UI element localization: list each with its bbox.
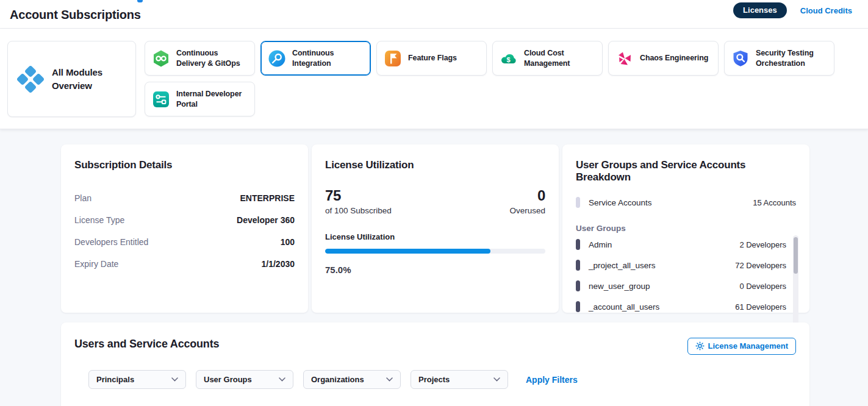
detail-value: ENTERPRISE (240, 193, 295, 203)
cloud-cost-icon: $ (500, 49, 518, 68)
service-accounts-value: 15 Accounts (753, 198, 796, 207)
licenses-tab-button[interactable]: Licenses (733, 2, 787, 18)
detail-label: Expiry Date (74, 259, 118, 269)
detail-label: License Type (74, 215, 124, 225)
gear-icon (695, 341, 705, 351)
module-tile-label: Continuous Integration (292, 48, 364, 69)
user-group-count: 0 Developers (739, 282, 786, 291)
overused-caption: Overused (509, 206, 545, 215)
security-shield-icon (731, 49, 750, 68)
dropdown-label: Organizations (311, 375, 364, 384)
module-tile-ci[interactable]: Continuous Integration (260, 41, 371, 76)
subscribed-caption: of 100 Subscribed (325, 206, 392, 215)
breakdown-title: User Groups and Service Accounts Breakdo… (576, 159, 796, 183)
detail-value: 1/1/2030 (262, 259, 295, 269)
module-tile-security-shield[interactable]: Security Testing Orchestration (724, 41, 834, 76)
service-accounts-label: Service Accounts (589, 198, 652, 207)
module-tile-cloud-cost[interactable]: $Cloud Cost Management (492, 41, 603, 76)
module-tile-grid: Continuous Delivery & GitOpsContinuous I… (145, 41, 840, 116)
user-group-count: 2 Developers (739, 240, 786, 249)
page-title: Account Subscriptions (10, 8, 141, 22)
content-area: Subscription Details PlanENTERPRISELicen… (0, 129, 868, 406)
feature-flags-icon (384, 49, 402, 68)
chevron-down-icon (493, 377, 500, 382)
chevron-down-icon (279, 377, 285, 382)
user-group-row: _project_all_users72 Developers (576, 255, 786, 276)
breakdown-card: User Groups and Service Accounts Breakdo… (562, 144, 809, 313)
filter-dropdown-user-groups[interactable]: User Groups (196, 370, 293, 389)
utilization-bar-label: License Utilization (325, 232, 545, 241)
account-subscriptions-page: Account Subscriptions Licenses Cloud Cre… (0, 0, 868, 406)
utilization-progress-track (325, 249, 545, 254)
module-tile-idp[interactable]: Internal Developer Portal (145, 82, 255, 116)
user-group-name: _account_all_users (589, 302, 659, 312)
module-tile-label: Feature Flags (408, 53, 457, 63)
chevron-down-icon (171, 377, 178, 382)
license-management-button[interactable]: License Management (687, 338, 797, 355)
user-groups-list[interactable]: Admin2 Developers_project_all_users72 De… (576, 234, 796, 317)
user-group-marker (576, 280, 580, 291)
module-tile-label: Internal Developer Portal (176, 89, 248, 110)
page-header: Account Subscriptions Licenses Cloud Cre… (0, 0, 868, 29)
detail-value: 100 (281, 237, 295, 247)
detail-label: Plan (74, 193, 91, 203)
user-group-name: new_user_group (589, 282, 650, 291)
svg-text:$: $ (507, 56, 511, 63)
subscription-details-card: Subscription Details PlanENTERPRISELicen… (61, 144, 308, 313)
cloud-credits-link[interactable]: Cloud Credits (800, 6, 852, 15)
chaos-icon (615, 49, 634, 68)
subscribed-count: 75 (325, 187, 392, 204)
module-tile-cd-gitops[interactable]: Continuous Delivery & GitOps (145, 41, 255, 76)
subscription-detail-rows: PlanENTERPRISELicense TypeDeveloper 360D… (74, 187, 295, 275)
modules-band: All Modules Overview Continuous Delivery… (0, 29, 868, 129)
idp-icon (152, 90, 170, 109)
scrollbar-thumb[interactable] (794, 237, 798, 274)
module-tile-label: Chaos Engineering (640, 53, 708, 63)
all-modules-icon (16, 65, 45, 93)
detail-value: Developer 360 (237, 215, 295, 225)
utilization-progress-fill (325, 249, 490, 254)
filter-dropdown-organizations[interactable]: Organizations (303, 370, 401, 389)
user-group-marker (576, 301, 580, 312)
user-group-marker (576, 239, 580, 250)
user-group-row: new_user_group0 Developers (576, 276, 786, 296)
module-tile-label: Continuous Delivery & GitOps (176, 48, 248, 69)
user-group-name: _project_all_users (589, 261, 656, 270)
license-utilization-card: License Utilization 75 of 100 Subscribed… (312, 144, 559, 313)
user-groups-scrollbar[interactable] (793, 235, 798, 330)
user-group-name: Admin (589, 240, 612, 249)
apply-filters-link[interactable]: Apply Filters (526, 375, 578, 385)
clipped-icon (137, 0, 143, 2)
service-accounts-row: Service Accounts 15 Accounts (576, 197, 796, 208)
cd-gitops-icon (152, 49, 170, 68)
license-management-label: License Management (708, 341, 789, 351)
detail-row: Expiry Date1/1/2030 (74, 253, 295, 275)
all-modules-overview-tile[interactable]: All Modules Overview (7, 41, 136, 117)
user-group-count: 61 Developers (735, 302, 786, 312)
detail-row: License TypeDeveloper 360 (74, 209, 295, 231)
service-accounts-marker (576, 197, 580, 208)
module-tile-chaos[interactable]: Chaos Engineering (608, 41, 719, 76)
filter-dropdown-projects[interactable]: Projects (411, 370, 508, 389)
dropdown-label: Principals (96, 375, 134, 384)
dropdown-label: User Groups (204, 375, 252, 384)
detail-row: Developers Entitled100 (74, 231, 295, 253)
user-group-marker (576, 260, 580, 271)
filters-row: PrincipalsUser GroupsOrganizationsProjec… (88, 370, 796, 389)
overused-count: 0 (509, 187, 545, 204)
license-utilization-title: License Utilization (325, 159, 545, 171)
detail-label: Developers Entitled (74, 237, 148, 247)
header-actions: Licenses Cloud Credits (733, 2, 852, 18)
subscription-details-title: Subscription Details (74, 159, 295, 171)
user-group-row: _account_all_users61 Developers (576, 296, 786, 317)
ci-icon (268, 49, 286, 68)
users-service-accounts-card: Users and Service Accounts License Manag… (61, 322, 809, 406)
utilization-percent: 75.0% (325, 265, 545, 275)
filter-dropdown-principals[interactable]: Principals (88, 370, 186, 389)
module-tile-label: Security Testing Orchestration (756, 48, 827, 69)
user-group-count: 72 Developers (735, 261, 786, 270)
module-tile-feature-flags[interactable]: Feature Flags (376, 41, 487, 76)
user-groups-heading: User Groups (576, 224, 796, 233)
chevron-down-icon (386, 377, 393, 382)
module-tile-label: Cloud Cost Management (524, 48, 595, 69)
